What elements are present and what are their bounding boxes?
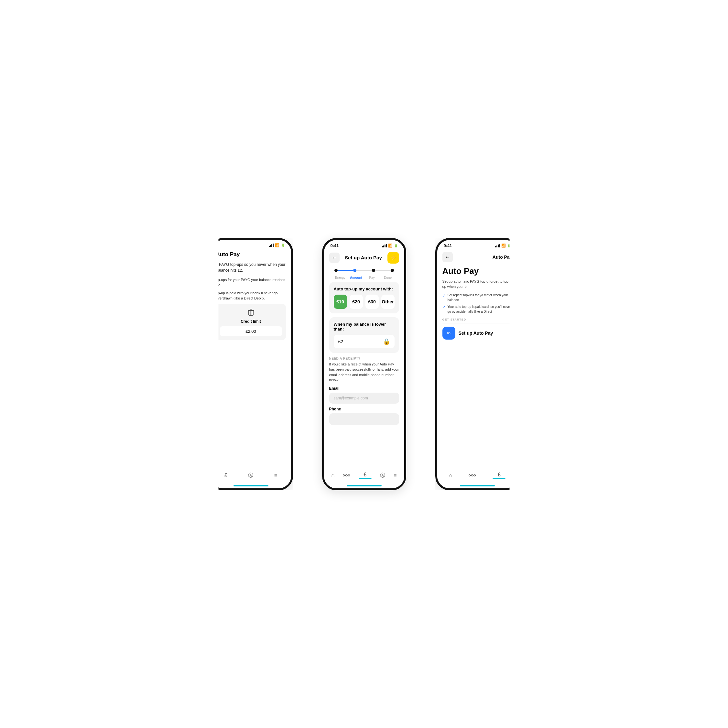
center-content-area: Auto top-up my account with: £10 £20 £30…	[324, 282, 404, 466]
status-bar-right: 9:41 📶 🔋	[437, 240, 517, 249]
receipt-description: If you'd like a receipt when your Auto P…	[329, 362, 399, 383]
credit-amount: £2.00	[220, 326, 282, 336]
right-screen: ← Auto Pay Auto Pay Set up automatic PAY…	[437, 249, 517, 488]
step-dot-done	[391, 269, 394, 272]
home-indicator-center	[347, 485, 382, 486]
email-field-label: Email	[329, 386, 399, 391]
divider-right	[442, 323, 512, 323]
home-indicator-left	[234, 485, 268, 486]
checkmark-1: ✓	[442, 293, 446, 302]
trash-icon-wrap	[220, 307, 282, 317]
home-icon-right: ⌂	[449, 473, 452, 478]
email-placeholder: sam@example.com	[334, 396, 368, 401]
nav-item-help-center[interactable]: Ⓐ	[380, 472, 385, 479]
lightning-button[interactable]: ⚡	[387, 252, 399, 264]
right-main-title: Auto Pay	[442, 266, 512, 276]
center-screen: ← Set up Auto Pay ⚡	[324, 249, 404, 488]
setup-autopay-button[interactable]: ∞ Set up Auto Pay	[442, 327, 512, 340]
step-label-amount: Amount	[348, 276, 364, 280]
svg-rect-1	[250, 309, 252, 309]
status-bar-center: 9:41 📶 🔋	[324, 240, 404, 249]
check-item-1: ✓ Set repeat top-ups for yo meter when y…	[442, 293, 512, 302]
right-header: ← Auto Pay	[442, 252, 512, 262]
menu-icon-center: ≡	[394, 473, 396, 478]
nav-indicator-right	[492, 478, 505, 479]
wifi-icon-right: 📶	[501, 243, 506, 248]
balance-card-label: When my balance is lower than:	[334, 322, 395, 332]
pound-icon-left: £	[225, 473, 227, 478]
amount-btn-10[interactable]: £10	[334, 295, 347, 309]
right-page-title: Auto Pay	[492, 254, 512, 260]
step-labels: Energy Amount Pay Done	[329, 276, 399, 282]
progress-bar	[329, 266, 399, 276]
phone-input[interactable]	[329, 413, 399, 425]
nav-indicator-center	[359, 478, 372, 479]
signal-bars-right	[495, 244, 500, 248]
battery-icon-left: 🔋	[281, 243, 284, 247]
receipt-section: NEED A RECEIPT? If you'd like a receipt …	[329, 357, 399, 425]
svg-rect-2	[248, 311, 249, 315]
bottom-nav-left: £ Ⓐ ≡	[211, 466, 291, 485]
balance-card: When my balance is lower than: £2 🔒	[329, 317, 399, 353]
help-icon-center: Ⓐ	[380, 472, 385, 479]
balance-input-row[interactable]: £2 🔒	[334, 335, 395, 348]
bottom-nav-center: ⌂ £ Ⓐ	[324, 466, 404, 485]
left-screen: Auto Pay c PAYG top-ups so you never whe…	[211, 249, 291, 488]
svg-rect-6	[252, 311, 252, 315]
battery-icon-right: 🔋	[507, 244, 511, 248]
svg-point-13	[471, 475, 473, 476]
check-item-2: ✓ Your auto top-up is paid card, so you'…	[442, 304, 512, 314]
left-body3: op-up is paid with your bank ll never go…	[216, 291, 286, 301]
svg-point-8	[346, 475, 347, 476]
center-page-title: Set up Auto Pay	[345, 255, 382, 260]
nav-item-menu-left[interactable]: ≡	[274, 473, 277, 478]
back-button-right[interactable]: ←	[442, 252, 453, 262]
nav-item-payments-center[interactable]: £	[359, 472, 372, 479]
status-icons-left: 📶 🔋	[269, 243, 284, 248]
step-dot-amount	[353, 269, 356, 272]
balance-value: £2	[338, 339, 343, 344]
amount-options: £10 £20 £30 Other	[334, 295, 395, 309]
phone-center: 9:41 📶 🔋 ← Set up Auto Pay	[322, 238, 406, 490]
right-description: Set up automatic PAYG top-u forget to to…	[442, 279, 512, 289]
help-icon-left: Ⓐ	[248, 472, 253, 479]
amount-btn-other[interactable]: Other	[381, 295, 395, 309]
step-line-2	[356, 270, 372, 271]
autopay-button-icon: ∞	[442, 327, 455, 340]
step-line-3	[375, 270, 391, 271]
phone-left: 9:41 📶 🔋 Auto Pay c PAYG top-ups so you …	[209, 238, 293, 490]
nav-item-help-left[interactable]: Ⓐ	[248, 472, 253, 479]
svg-point-7	[343, 475, 345, 476]
payments-icon-right: £	[498, 472, 501, 478]
svg-point-9	[348, 475, 350, 476]
status-icons-center: 📶 🔋	[382, 243, 398, 248]
left-title: Auto Pay	[216, 251, 286, 258]
step-label-energy: Energy	[332, 276, 348, 280]
scene: 9:41 📶 🔋 Auto Pay c PAYG top-ups so you …	[219, 219, 510, 510]
svg-point-14	[474, 475, 476, 476]
status-bar-left: 9:41 📶 🔋	[211, 240, 291, 249]
back-arrow-right: ←	[445, 254, 450, 260]
wifi-icon-center: 📶	[388, 243, 393, 248]
status-time-center: 9:41	[330, 243, 339, 248]
amount-btn-30[interactable]: £30	[366, 295, 379, 309]
battery-icon-center: 🔋	[394, 244, 398, 248]
nav-item-menu-center[interactable]: ≡	[394, 473, 396, 478]
lightning-icon: ⚡	[390, 254, 397, 261]
back-button-center[interactable]: ←	[329, 252, 340, 263]
nav-item-usage-center[interactable]	[343, 473, 350, 478]
nav-item-home-center[interactable]: ⌂	[332, 473, 335, 478]
topup-card: Auto top-up my account with: £10 £20 £30…	[329, 282, 399, 314]
credit-section: Credit limit £2.00	[216, 304, 286, 340]
nav-item-payments-left[interactable]: £	[225, 473, 227, 478]
nav-item-home-right[interactable]: ⌂	[449, 473, 452, 478]
step-dot-pay	[372, 269, 375, 272]
email-input[interactable]: sam@example.com	[329, 393, 399, 404]
usage-icon-right	[469, 473, 476, 478]
payments-icon-center: £	[364, 472, 366, 478]
topup-card-label: Auto top-up my account with:	[334, 286, 395, 291]
nav-item-payments-right[interactable]: £	[492, 472, 505, 479]
nav-item-usage-right[interactable]	[469, 473, 476, 478]
amount-btn-20[interactable]: £20	[350, 295, 363, 309]
trash-icon	[246, 307, 255, 317]
